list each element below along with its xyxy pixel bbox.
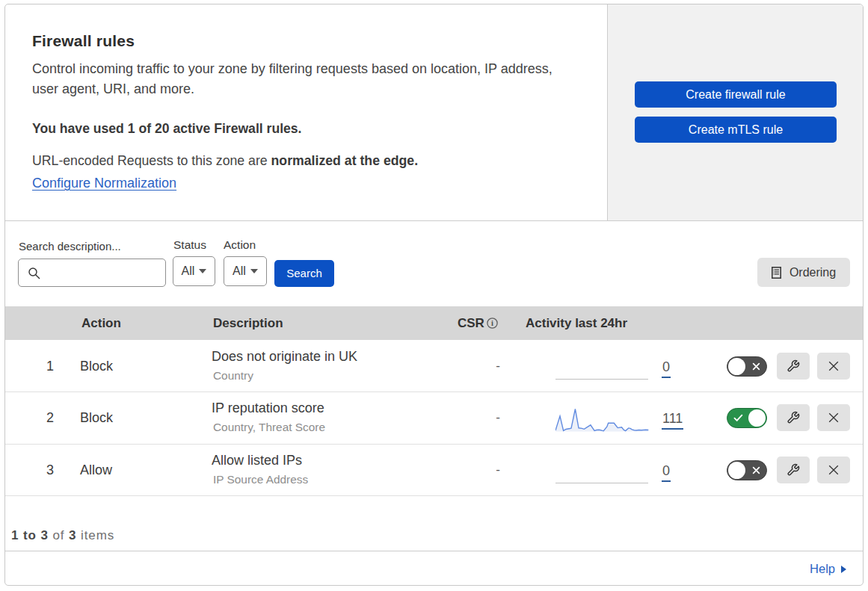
svg-text:i: i (491, 319, 493, 327)
